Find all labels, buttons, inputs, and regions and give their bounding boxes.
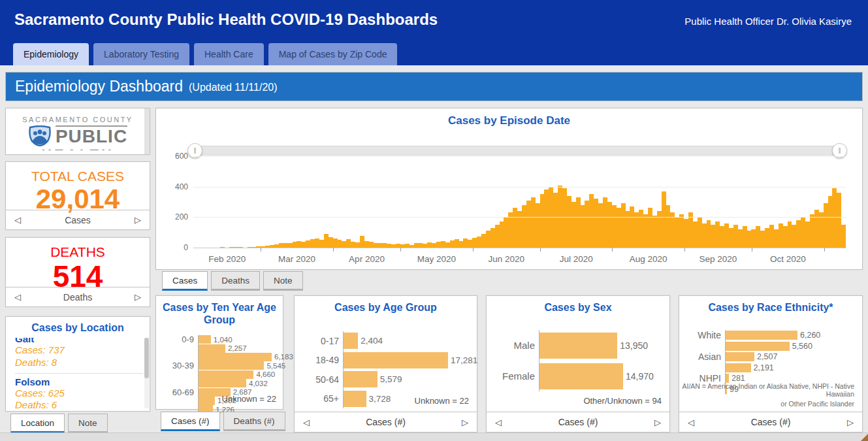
bar xyxy=(702,223,707,248)
bar xyxy=(490,228,495,248)
bar xyxy=(310,239,315,248)
x-axis-tick xyxy=(473,248,474,252)
value-label: 4,032 xyxy=(249,380,268,387)
value-label: 2,507 xyxy=(757,352,777,361)
next-arrow-icon[interactable]: ▷ xyxy=(135,292,141,302)
x-axis-tick xyxy=(824,248,825,252)
x-axis-label: Apr 2020 xyxy=(349,254,385,264)
sex-title: Cases by Sex xyxy=(487,301,669,314)
time-range-slider[interactable]: ∥ ∥ xyxy=(193,146,841,155)
age-group-title: Cases by Age Group xyxy=(295,301,477,314)
tab-cases[interactable]: Cases xyxy=(162,271,208,291)
bar xyxy=(585,201,589,248)
tab-cases[interactable]: Cases (#) xyxy=(161,412,220,431)
tab-epidemiology[interactable]: Epidemiology xyxy=(13,43,89,65)
value-label: 6,260 xyxy=(800,331,820,340)
bar xyxy=(774,229,779,248)
bar xyxy=(805,221,810,248)
episode-chart-title: Cases by Episode Date xyxy=(156,114,862,127)
category-label: Asian xyxy=(687,351,725,362)
x-axis-tick xyxy=(612,248,613,252)
logo-scrollbar[interactable] xyxy=(144,108,150,154)
bar xyxy=(344,391,366,407)
y-axis-label: 400 xyxy=(170,182,188,191)
x-axis-label: Sep 2020 xyxy=(699,254,737,264)
prev-arrow-icon[interactable]: ◁ xyxy=(495,417,502,427)
bar xyxy=(652,216,657,248)
race-footnote-line1: AI/AN = American Indian or Alaska Native… xyxy=(679,382,854,398)
x-axis-label: Oct 2020 xyxy=(770,254,806,264)
x-axis-tick xyxy=(684,248,685,252)
bar xyxy=(472,238,477,248)
x-axis-tick xyxy=(752,248,752,252)
ten-year-age-card: Cases by Ten Year Age Group 0-91,0402,25… xyxy=(155,295,283,410)
bar xyxy=(544,189,549,248)
hbar-row: Male13,950 xyxy=(494,330,664,361)
bar xyxy=(199,344,225,353)
x-axis-label: May 2020 xyxy=(417,254,456,264)
category-label: 50-64 xyxy=(302,374,343,385)
tab-deaths[interactable]: Deaths xyxy=(211,271,260,291)
ten-year-note: Unknown = 22 xyxy=(222,394,276,404)
bar xyxy=(374,243,378,248)
prev-arrow-icon[interactable]: ◁ xyxy=(688,417,694,427)
location-deaths: Deaths: 8 xyxy=(15,357,143,369)
next-arrow-icon[interactable]: ▷ xyxy=(847,417,854,427)
sex-card: Cases by Sex Male13,950Female14,970 Othe… xyxy=(486,295,670,433)
next-arrow-icon[interactable]: ▷ xyxy=(135,215,141,225)
bar xyxy=(567,196,571,248)
tab-location[interactable]: Location xyxy=(10,414,65,433)
bar xyxy=(819,212,824,248)
bar xyxy=(581,205,585,248)
hbar-row: 0-91,040 xyxy=(164,335,278,344)
location-name: Galt xyxy=(15,338,143,344)
hbar-row: 2,257 xyxy=(164,344,278,352)
tab-note[interactable]: Note xyxy=(263,271,303,291)
bar xyxy=(729,228,733,248)
location-item[interactable]: GaltCases: 737Deaths: 8 xyxy=(15,338,143,374)
race-footnote-line2: or Other Pacific Islander xyxy=(780,400,854,408)
episode-bars xyxy=(193,156,846,248)
horizontal-scrollbar[interactable] xyxy=(0,433,868,441)
age-group-nav-label: Cases (#) xyxy=(366,417,406,427)
bar xyxy=(715,221,720,248)
bar xyxy=(283,243,288,248)
bar xyxy=(539,363,623,389)
bar xyxy=(607,202,612,248)
hbar-row: 50-645,579 xyxy=(302,370,472,389)
bar xyxy=(445,242,450,248)
total-cases-label: TOTAL CASES xyxy=(6,169,150,184)
bar xyxy=(495,225,500,248)
bar xyxy=(698,217,702,248)
bar xyxy=(419,243,423,248)
total-cases-card: TOTAL CASES 29,014 ◁ Cases ▷ xyxy=(5,161,150,230)
location-item[interactable]: FolsomCases: 625Deaths: 6 xyxy=(15,374,143,412)
cases-by-location-card: Cases by Location GaltCases: 737Deaths: … xyxy=(5,316,150,412)
location-scrollbar[interactable] xyxy=(144,338,149,408)
location-list[interactable]: GaltCases: 737Deaths: 8FolsomCases: 625D… xyxy=(6,338,143,411)
category-label: 0-17 xyxy=(302,336,343,346)
tab-note[interactable]: Note xyxy=(68,414,108,433)
page-title: Sacramento County Public Health COVID-19… xyxy=(14,10,438,29)
tab-laboratory-testing[interactable]: Laboratory Testing xyxy=(93,43,189,65)
bar xyxy=(481,234,486,248)
bar xyxy=(769,225,774,248)
gridline xyxy=(193,248,846,248)
tab-health-care[interactable]: Health Care xyxy=(194,43,264,65)
prev-arrow-icon[interactable]: ◁ xyxy=(14,215,21,225)
next-arrow-icon[interactable]: ▷ xyxy=(654,417,661,427)
total-cases-nav-label: Cases xyxy=(65,215,91,225)
bar xyxy=(670,212,675,248)
y-axis-label: 200 xyxy=(170,212,188,221)
value-label: 5,560 xyxy=(792,342,812,351)
bar xyxy=(792,225,796,248)
x-axis-tick xyxy=(261,248,261,252)
bar xyxy=(346,239,351,248)
next-arrow-icon[interactable]: ▷ xyxy=(462,417,468,427)
prev-arrow-icon[interactable]: ◁ xyxy=(303,417,310,427)
bar xyxy=(436,242,441,248)
tab-map-of-cases-by-zip-code[interactable]: Map of Cases by Zip Code xyxy=(268,43,398,65)
prev-arrow-icon[interactable]: ◁ xyxy=(14,292,21,302)
tab-deaths[interactable]: Deaths (#) xyxy=(223,412,285,431)
bar xyxy=(726,363,751,372)
